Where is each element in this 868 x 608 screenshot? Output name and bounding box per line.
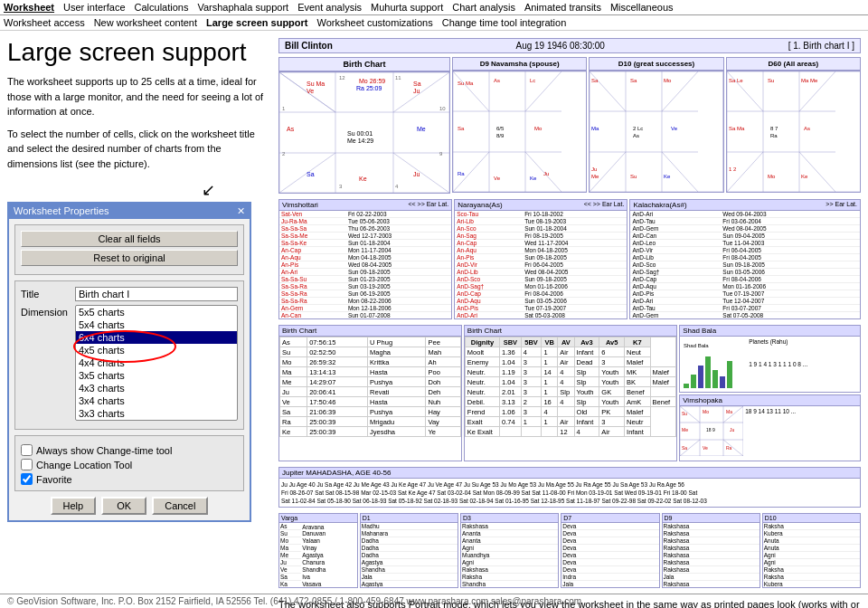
- d7-header: D7: [561, 514, 658, 523]
- d10-chart-svg: Sa Sa Mo Ma Ve Ju Me Su Ke 2 Lc As: [590, 71, 722, 192]
- table-row: Anuta: [763, 537, 860, 545]
- svg-text:12: 12: [339, 75, 345, 81]
- menu-event[interactable]: Event analysis: [297, 2, 362, 13]
- footer-text: © GeoVision Software, Inc. P.O. Box 2152…: [7, 596, 581, 606]
- always-show-label: Always show Change-time tool: [36, 445, 172, 456]
- table-row: Sa-Sa-RaMon 08-22-2006: [279, 298, 451, 305]
- table-row: An-PisSun 09-18-2005: [455, 254, 627, 261]
- menu-misc[interactable]: Miscellaneous: [610, 2, 674, 13]
- table-row: An-CapWed 11-17-2004: [455, 240, 627, 247]
- dim-option-4x3[interactable]: 4x3 charts: [76, 382, 237, 394]
- vimshottari-earLat: << >> Ear Lat.: [408, 201, 448, 209]
- menu-chart[interactable]: Chart analysis: [452, 2, 515, 13]
- d10-chart-header: D10 (great successes): [589, 57, 723, 71]
- lower-charts-row: Birth Chart As07:56:15U PhugPee Su02:52:…: [278, 325, 861, 461]
- svg-text:Ve: Ve: [703, 445, 708, 451]
- birth-chart-data-table: As07:56:15U PhugPee Su02:52:50MaghaMah M…: [279, 337, 461, 437]
- svg-text:Ju: Ju: [543, 171, 549, 176]
- svg-text:Me: Me: [682, 427, 688, 432]
- dim-option-4x4[interactable]: 4x4 charts: [76, 356, 237, 369]
- birth-chart-svg: Su Ma Ve Mo 26:59 Ra 25:09 Sa Ju As Me S…: [279, 72, 449, 193]
- dialog-title-bar: Worksheet Properties ✕: [9, 204, 250, 219]
- submenu-new[interactable]: New worksheet content: [94, 17, 197, 28]
- menu-transits[interactable]: Animated transits: [524, 2, 601, 13]
- table-row: Rakshasa: [663, 581, 760, 588]
- table-row: Sa-Sa-RaSun 06-19-2005: [279, 290, 451, 298]
- dim-option-5x4[interactable]: 5x4 charts: [76, 318, 237, 331]
- menu-worksheet[interactable]: Worksheet: [4, 2, 54, 13]
- table-row: AnD-GemSat 07-05-2008: [630, 312, 860, 319]
- table-row: Deva: [561, 530, 658, 537]
- svg-text:Ju: Ju: [591, 166, 597, 172]
- reset-button[interactable]: Reset to original: [21, 250, 238, 266]
- svg-text:Su Ma: Su Ma: [307, 81, 325, 87]
- dim-option-4x5[interactable]: 4x5 charts: [76, 344, 237, 356]
- svg-text:As: As: [804, 126, 810, 131]
- menu-calc[interactable]: Calculations: [135, 2, 189, 13]
- cancel-button[interactable]: Cancel: [152, 497, 208, 515]
- d3-panel: D3 Rakshasa Ananta Ananta Agni Muandhya …: [460, 513, 559, 588]
- top-charts-row: Birth Chart: [278, 57, 861, 194]
- dim-option-3x3[interactable]: 3x3 charts: [76, 407, 237, 420]
- svg-rect-95: [727, 71, 860, 192]
- table-row: Ma13:14:13HastaPoo: [280, 367, 461, 377]
- favorite-checkbox[interactable]: [21, 473, 33, 485]
- table-row: AnD-TauFri 03-07-2007: [630, 305, 860, 312]
- svg-text:2 Lc: 2 Lc: [633, 126, 643, 131]
- title-field-row: Title: [21, 287, 238, 301]
- svg-text:6/5: 6/5: [496, 126, 505, 131]
- submenu-custom[interactable]: Worksheet customizations: [317, 17, 433, 28]
- svg-text:Sa: Sa: [307, 171, 315, 177]
- table-row: Mahanara: [361, 530, 458, 537]
- svg-text:Su: Su: [630, 174, 637, 179]
- help-button[interactable]: Help: [51, 497, 97, 515]
- d1-header: D1: [361, 514, 458, 523]
- table-row: Jala: [361, 574, 458, 581]
- close-icon[interactable]: ✕: [237, 205, 245, 217]
- table-row: Anuta: [763, 545, 860, 552]
- table-row: MoYalaan: [279, 537, 357, 545]
- always-show-checkbox[interactable]: [21, 444, 33, 456]
- narayana-header: Narayana(As) << >> Ear Lat.: [455, 200, 627, 211]
- menu-varsha[interactable]: Varshaphala support: [197, 2, 288, 13]
- d7-table: Deva Deva Deva Deva Deva Deva Deva Indra…: [561, 523, 658, 587]
- table-row: Rakshasa: [461, 523, 558, 530]
- svg-text:Su 00:01: Su 00:01: [347, 130, 373, 137]
- favorite-checkbox-row: Favorite: [21, 473, 238, 485]
- vimshottari-panel: Vimshottari << >> Ear Lat. Sat-VenFri 02…: [278, 199, 452, 319]
- submenu-large[interactable]: Large screen support: [206, 17, 307, 28]
- menu-muhurta[interactable]: Muhurta support: [371, 2, 443, 13]
- dim-option-5x5[interactable]: 5x5 charts: [76, 306, 237, 318]
- table-row: Raksha: [763, 574, 860, 581]
- dim-option-3x4[interactable]: 3x4 charts: [76, 394, 237, 407]
- dimension-select[interactable]: 5x5 charts 5x4 charts 6x4 charts 4x5 cha…: [75, 305, 238, 421]
- dim-option-6x4[interactable]: 6x4 charts: [76, 331, 237, 344]
- d60-chart: D60 (All areas): [726, 57, 861, 194]
- varga-panel: Varga AsAravana SuDanuvan MoYalaan MaVin…: [278, 513, 358, 588]
- change-location-checkbox[interactable]: [21, 459, 33, 470]
- svg-text:Me: Me: [417, 126, 426, 132]
- svg-text:As: As: [287, 126, 295, 132]
- d9-chart-body: Su Ma As Lc Sa Mo Ra Ve Ke Ju 6/5 8/9: [452, 71, 587, 193]
- dim-option-3x5[interactable]: 3x5 charts: [76, 369, 237, 382]
- svg-rect-67: [590, 71, 722, 192]
- clear-fields-button[interactable]: Clear all fields: [21, 231, 238, 247]
- submenu-change[interactable]: Change time tool integration: [442, 17, 567, 28]
- title-input[interactable]: [75, 287, 238, 301]
- arrow-icon: ↙: [202, 181, 215, 199]
- table-row: AnD-AriTue 12-04-2007: [630, 298, 860, 305]
- table-row: SaIva: [279, 574, 357, 581]
- shad-bala-panel: Shad Bala Shad Bala: [679, 325, 861, 393]
- submenu-access[interactable]: Worksheet access: [4, 17, 85, 28]
- svg-rect-126: [705, 356, 711, 388]
- table-row: KaVasava: [279, 581, 357, 588]
- table-row: Deva: [561, 566, 658, 574]
- table-row: Mo26:59:32KrittkaAh: [280, 357, 461, 367]
- menu-ui[interactable]: User interface: [63, 2, 125, 13]
- d3-table: Rakshasa Ananta Ananta Agni Muandhya Agn…: [461, 523, 558, 587]
- chart-info-header: Bill Clinton Aug 19 1946 08:30:00 [ 1. B…: [278, 38, 861, 53]
- svg-rect-125: [698, 366, 703, 388]
- table-row: AnD-VirFri 06-04-2005: [455, 261, 627, 269]
- ok-button[interactable]: OK: [101, 497, 146, 515]
- svg-text:Sa: Sa: [591, 78, 599, 83]
